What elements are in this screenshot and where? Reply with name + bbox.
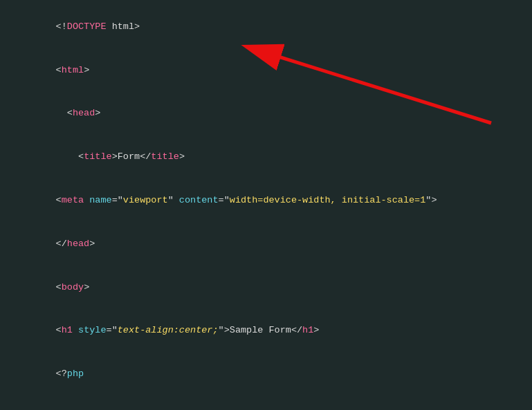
- line-10: $part = $_GET['part'];: [0, 396, 532, 410]
- code-editor: <!DOCTYPE html> <html> <head> <title>For…: [0, 0, 532, 410]
- line-7: <body>: [0, 266, 532, 310]
- line-4: <title>Form</title>: [0, 136, 532, 179]
- line-2: <html>: [0, 49, 532, 93]
- line-5: <meta name="viewport" content="width=dev…: [0, 179, 532, 223]
- line-3: <head>: [0, 93, 532, 136]
- line-8: <h1 style="text-align:center;">Sample Fo…: [0, 309, 532, 353]
- line-1: <!DOCTYPE html>: [0, 6, 532, 49]
- line-9: <?php: [0, 353, 532, 396]
- line-6: </head>: [0, 223, 532, 266]
